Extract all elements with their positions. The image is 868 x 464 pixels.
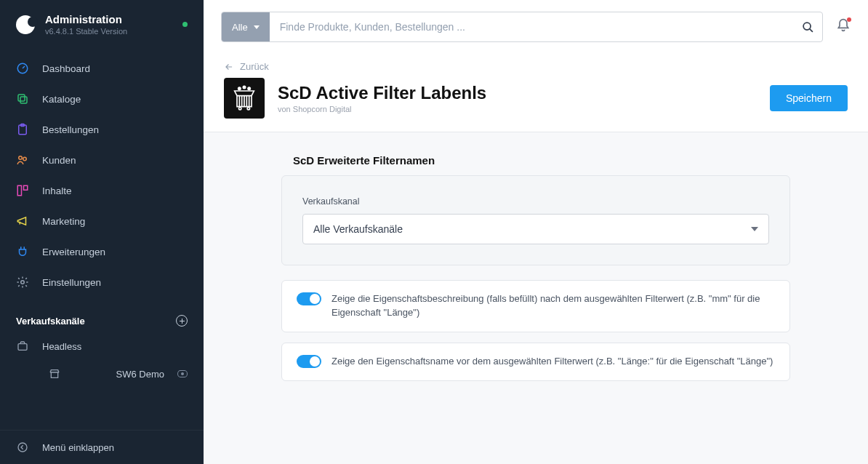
nav-item-bestellungen[interactable]: Bestellungen bbox=[0, 114, 204, 145]
nav-label: Kunden bbox=[42, 155, 76, 166]
nav-item-erweiterungen[interactable]: Erweiterungen bbox=[0, 236, 204, 267]
svg-point-17 bbox=[248, 87, 250, 89]
svg-rect-1 bbox=[20, 97, 27, 103]
nav-item-marketing[interactable]: Marketing bbox=[0, 206, 204, 236]
toggle-label: Zeige die Eigenschaftsbeschreibung (fall… bbox=[331, 292, 775, 320]
nav-label: Marketing bbox=[42, 216, 85, 227]
channel-label: Headless bbox=[42, 341, 81, 352]
svg-point-13 bbox=[239, 108, 241, 110]
notification-dot-icon bbox=[847, 17, 851, 22]
layout-icon bbox=[16, 184, 29, 197]
search-input[interactable] bbox=[270, 12, 793, 41]
clipboard-icon bbox=[16, 123, 29, 136]
sidebar-header: Administration v6.4.8.1 Stable Version bbox=[0, 0, 204, 46]
svg-point-16 bbox=[243, 86, 245, 88]
page-header: Zurück ScD Active Filter Labenls von Sho… bbox=[204, 54, 868, 132]
nav-list: Dashboard Kataloge Bestellungen Kunden bbox=[0, 46, 204, 305]
channel-list: Headless SW6 Demo bbox=[0, 332, 204, 395]
eye-icon[interactable] bbox=[177, 370, 188, 377]
svg-rect-2 bbox=[18, 95, 25, 101]
gear-icon bbox=[16, 276, 29, 289]
collapse-icon bbox=[16, 441, 29, 454]
search-filter-dropdown[interactable]: Alle bbox=[222, 12, 270, 41]
svg-point-6 bbox=[23, 157, 27, 161]
toggle-show-propertyname[interactable] bbox=[297, 355, 321, 368]
channel-item-sw6[interactable]: SW6 Demo bbox=[0, 360, 204, 388]
nav-item-inhalte[interactable]: Inhalte bbox=[0, 175, 204, 206]
toggle-label: Zeige den Eigenschaftsname vor dem ausge… bbox=[331, 355, 773, 369]
status-dot-icon bbox=[182, 22, 188, 27]
svg-point-15 bbox=[238, 87, 241, 89]
channel-label: SW6 Demo bbox=[116, 369, 164, 380]
search-button[interactable] bbox=[793, 12, 822, 41]
save-button[interactable]: Speichern bbox=[770, 85, 848, 111]
svg-point-11 bbox=[18, 443, 27, 452]
toggle-row-description: Zeige die Eigenschaftsbeschreibung (fall… bbox=[281, 280, 790, 332]
logo-icon bbox=[16, 15, 35, 34]
channel-select[interactable]: Alle Verkaufskanäle bbox=[302, 214, 769, 244]
chevron-down-icon bbox=[254, 25, 260, 29]
search-icon bbox=[802, 21, 814, 33]
search-bar: Alle bbox=[221, 12, 823, 42]
arrow-left-icon bbox=[224, 62, 234, 72]
channel-select-value: Alle Verkaufskanäle bbox=[313, 223, 403, 235]
nav-item-kunden[interactable]: Kunden bbox=[0, 145, 204, 175]
notifications-button[interactable] bbox=[836, 18, 851, 36]
svg-rect-8 bbox=[24, 185, 28, 190]
plug-icon bbox=[16, 245, 29, 258]
nav-label: Inhalte bbox=[42, 185, 72, 196]
nav-item-kataloge[interactable]: Kataloge bbox=[0, 84, 204, 114]
content: ScD Erweiterte Filternamen Verkaufskanal… bbox=[204, 132, 868, 464]
megaphone-icon bbox=[16, 215, 29, 228]
chevron-down-icon bbox=[751, 227, 758, 231]
plugin-icon bbox=[224, 78, 265, 119]
main: Alle Zurück bbox=[204, 0, 868, 464]
channels-header: Verkaufskanäle bbox=[0, 305, 204, 332]
nav-label: Dashboard bbox=[42, 63, 90, 74]
svg-rect-7 bbox=[17, 185, 21, 196]
nav-label: Erweiterungen bbox=[42, 247, 105, 257]
gauge-icon bbox=[16, 62, 29, 75]
topbar: Alle bbox=[204, 0, 868, 54]
svg-point-12 bbox=[803, 23, 811, 30]
nav-item-einstellungen[interactable]: Einstellungen bbox=[0, 267, 204, 297]
page-title: ScD Active Filter Labenls bbox=[278, 83, 486, 103]
copy-icon bbox=[16, 92, 29, 105]
storefront-icon bbox=[16, 367, 93, 380]
collapse-label: Menü einklappen bbox=[42, 442, 114, 453]
collapse-menu[interactable]: Menü einklappen bbox=[0, 430, 204, 464]
svg-point-14 bbox=[247, 108, 249, 110]
channel-field-label: Verkaufskanal bbox=[302, 196, 769, 207]
section-title: ScD Erweiterte Filternamen bbox=[293, 154, 790, 167]
users-icon bbox=[16, 153, 29, 167]
add-channel-icon[interactable] bbox=[176, 315, 188, 327]
nav-item-dashboard[interactable]: Dashboard bbox=[0, 53, 204, 84]
admin-version: v6.4.8.1 Stable Version bbox=[45, 27, 127, 36]
channel-item-headless[interactable]: Headless bbox=[0, 332, 204, 360]
nav-label: Kataloge bbox=[42, 94, 81, 105]
toggle-show-description[interactable] bbox=[297, 292, 321, 305]
back-label: Zurück bbox=[240, 61, 269, 72]
channel-selector-card: Verkaufskanal Alle Verkaufskanäle bbox=[281, 175, 790, 265]
back-link[interactable]: Zurück bbox=[224, 61, 269, 72]
briefcase-icon bbox=[16, 340, 29, 353]
page-subtitle: von Shopcorn Digital bbox=[278, 105, 486, 113]
svg-point-9 bbox=[21, 281, 25, 284]
toggle-row-propertyname: Zeige den Eigenschaftsname vor dem ausge… bbox=[281, 343, 790, 381]
nav-label: Einstellungen bbox=[42, 277, 101, 288]
svg-point-5 bbox=[19, 156, 23, 160]
nav-label: Bestellungen bbox=[42, 124, 99, 135]
svg-rect-10 bbox=[18, 344, 27, 351]
sidebar: Administration v6.4.8.1 Stable Version D… bbox=[0, 0, 204, 464]
channels-title: Verkaufskanäle bbox=[16, 316, 85, 327]
search-filter-label: Alle bbox=[232, 22, 248, 33]
admin-title: Administration bbox=[45, 13, 127, 25]
